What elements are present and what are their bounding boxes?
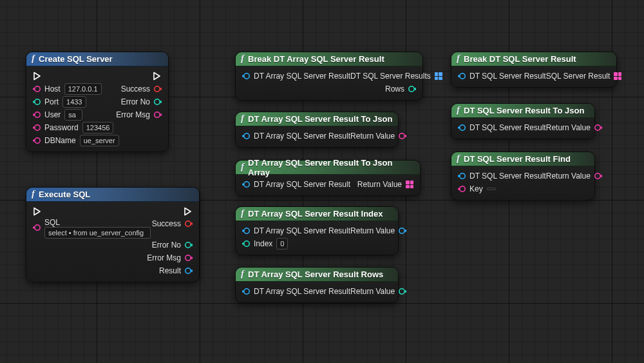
title-text: Create SQL Server [39, 54, 113, 64]
rows-out-pin[interactable] [408, 85, 416, 93]
array-result-in-pin[interactable] [242, 181, 250, 188]
node-break-array-result[interactable]: f Break DT Array SQL Server Result DT Ar… [235, 52, 423, 101]
exec-in-pin[interactable] [33, 72, 42, 81]
array-result-in-pin[interactable] [242, 288, 250, 295]
errmsg-label: Error Msg [147, 253, 181, 262]
node-array-result-to-json-array[interactable]: f DT Array SQL Server Result To Json Arr… [235, 160, 421, 196]
title-text: DT SQL Server Result Find [464, 154, 571, 164]
index-input[interactable]: 0 [276, 238, 288, 250]
result-in-label: DT SQL Server Result [469, 72, 546, 81]
array-result-in-label: DT Array SQL Server Result [254, 72, 350, 81]
node-title: f Execute SQL [26, 188, 199, 202]
fn-icon: f [241, 53, 244, 64]
port-in-pin[interactable] [33, 98, 41, 106]
result-in-pin[interactable] [458, 72, 466, 80]
errno-label: Error No [121, 97, 150, 106]
return-value-out-pin[interactable] [594, 124, 602, 132]
result-in-pin[interactable] [458, 124, 466, 132]
array-result-in-label: DT Array SQL Server Result [254, 180, 350, 189]
return-value-array-out-pin[interactable] [406, 181, 413, 188]
errno-out-pin[interactable] [185, 241, 193, 249]
result-out-label: SQL Server Result [546, 72, 611, 81]
title-text: DT Array SQL Server Result Rows [248, 270, 383, 279]
index-in-pin[interactable] [242, 240, 250, 248]
array-result-in-pin[interactable] [242, 227, 250, 235]
result-in-pin[interactable] [458, 172, 466, 180]
node-title: f DT Array SQL Server Result To Json [236, 112, 398, 126]
dbname-label: DBName [44, 136, 76, 145]
node-title: f DT SQL Server Result Find [451, 152, 594, 166]
sql-input[interactable]: select • from ue_server_config [44, 227, 151, 239]
return-value-label: Return Value [350, 287, 395, 296]
node-title: f DT Array SQL Server Result Rows [236, 268, 398, 282]
key-in-pin[interactable] [458, 185, 466, 193]
return-value-label: Return Value [357, 180, 402, 189]
host-in-pin[interactable] [33, 85, 41, 93]
sql-in-pin[interactable] [33, 224, 41, 231]
array-result-in-pin[interactable] [242, 132, 250, 140]
port-input[interactable]: 1433 [62, 96, 86, 108]
result-out-pin[interactable] [185, 267, 193, 275]
node-break-result[interactable]: f Break DT SQL Server Result DT SQL Serv… [451, 52, 617, 88]
node-array-result-rows[interactable]: f DT Array SQL Server Result Rows DT Arr… [235, 267, 399, 303]
exec-out-pin[interactable] [184, 207, 193, 216]
return-value-out-pin[interactable] [399, 132, 406, 140]
dbname-in-pin[interactable] [33, 137, 41, 144]
title-text: DT Array SQL Server Result To Json Array [248, 158, 415, 177]
user-input[interactable]: sa [64, 109, 82, 121]
rows-out-label: Rows [385, 84, 404, 93]
node-title: f DT Array SQL Server Result To Json Arr… [236, 161, 420, 175]
array-result-in-label: DT Array SQL Server Result [254, 287, 350, 296]
return-value-out-pin[interactable] [399, 227, 406, 235]
title-text: DT Array SQL Server Result To Json [248, 114, 392, 124]
node-array-result-index[interactable]: f DT Array SQL Server Result Index DT Ar… [235, 206, 399, 255]
exec-in-pin[interactable] [33, 207, 42, 216]
password-label: Password [44, 123, 79, 132]
password-in-pin[interactable] [33, 124, 41, 132]
return-value-out-pin[interactable] [594, 172, 602, 180]
array-result-in-pin[interactable] [242, 72, 250, 80]
fn-icon: f [457, 153, 460, 164]
array-result-in-label: DT Array SQL Server Result [254, 226, 350, 235]
title-text: DT Array SQL Server Result Index [248, 209, 383, 219]
key-input[interactable] [487, 188, 496, 190]
result-in-label: DT SQL Server Result [469, 123, 546, 132]
fn-icon: f [241, 268, 244, 279]
user-in-pin[interactable] [33, 111, 41, 119]
return-value-label: Return Value [546, 123, 591, 132]
port-label: Port [44, 97, 59, 106]
success-label: Success [152, 219, 181, 228]
title-text: Break DT SQL Server Result [464, 54, 576, 64]
fn-icon: f [457, 53, 460, 64]
node-execute-sql[interactable]: f Execute SQL SQL select • from ue_serve… [26, 187, 200, 282]
key-label: Key [469, 184, 483, 193]
node-result-find[interactable]: f DT SQL Server Result Find DT SQL Serve… [451, 152, 595, 201]
sql-label: SQL [44, 218, 151, 227]
host-input[interactable]: 127.0.0.1 [64, 83, 102, 95]
return-value-out-pin[interactable] [399, 288, 406, 295]
title-text: Break DT Array SQL Server Result [248, 54, 384, 64]
result-map-out-pin[interactable] [614, 72, 621, 80]
host-label: Host [44, 84, 61, 93]
errno-out-pin[interactable] [154, 98, 162, 106]
dbname-input[interactable]: ue_server [80, 135, 119, 146]
fn-icon: f [32, 188, 35, 199]
node-result-to-json[interactable]: f DT SQL Server Result To Json DT SQL Se… [451, 103, 595, 139]
node-array-result-to-json[interactable]: f DT Array SQL Server Result To Json DT … [235, 112, 399, 148]
node-title: f Break DT Array SQL Server Result [236, 52, 422, 66]
title-text: DT SQL Server Result To Json [464, 106, 584, 115]
user-label: User [44, 110, 61, 119]
success-out-pin[interactable] [185, 220, 193, 228]
errno-label: Error No [152, 240, 181, 250]
errmsg-out-pin[interactable] [154, 111, 162, 119]
fn-icon: f [241, 161, 244, 172]
results-out-label: DT SQL Server Results [350, 72, 431, 81]
success-out-pin[interactable] [154, 85, 162, 93]
exec-out-pin[interactable] [153, 72, 162, 81]
password-input[interactable]: 123456 [82, 122, 114, 133]
node-title: f DT SQL Server Result To Json [451, 104, 594, 118]
errmsg-out-pin[interactable] [185, 254, 193, 262]
results-array-out-pin[interactable] [435, 72, 442, 80]
return-value-label: Return Value [546, 172, 591, 181]
node-create-sql-server[interactable]: f Create SQL Server Host 127.0.0.1 Succe… [26, 52, 169, 152]
